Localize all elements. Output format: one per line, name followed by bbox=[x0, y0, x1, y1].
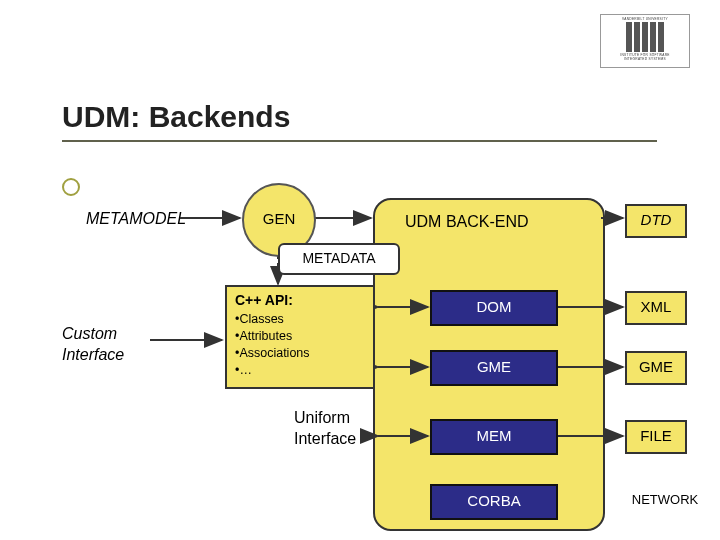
backend-mem: MEM bbox=[430, 419, 558, 455]
api-item: •Classes bbox=[235, 311, 365, 328]
bullet-icon bbox=[62, 178, 80, 196]
backend-gme: GME bbox=[430, 350, 558, 386]
output-file: FILE bbox=[625, 420, 687, 454]
title-rule bbox=[62, 140, 657, 142]
backend-corba: CORBA bbox=[430, 484, 558, 520]
university-logo: VANDERBILT UNIVERSITY INSTITUTE FOR SOFT… bbox=[600, 14, 690, 68]
custom-interface-label: CustomInterface bbox=[62, 324, 124, 366]
output-network: NETWORK bbox=[625, 492, 705, 507]
metamodel-label: METAMODEL bbox=[86, 210, 186, 228]
backend-dom: DOM bbox=[430, 290, 558, 326]
output-gme: GME bbox=[625, 351, 687, 385]
backend-title: UDM BACK-END bbox=[405, 213, 529, 231]
output-xml: XML bbox=[625, 291, 687, 325]
metadata-box: METADATA bbox=[278, 243, 400, 275]
api-box: C++ API: •Classes •Attributes •Associati… bbox=[225, 285, 375, 389]
api-title: C++ API: bbox=[235, 292, 365, 308]
page-title: UDM: Backends bbox=[62, 100, 290, 134]
uniform-interface-label: UniformInterface bbox=[294, 408, 356, 450]
dtd-box: DTD bbox=[625, 204, 687, 238]
api-item: •Associations bbox=[235, 345, 365, 362]
api-item: •… bbox=[235, 362, 365, 379]
api-item: •Attributes bbox=[235, 328, 365, 345]
